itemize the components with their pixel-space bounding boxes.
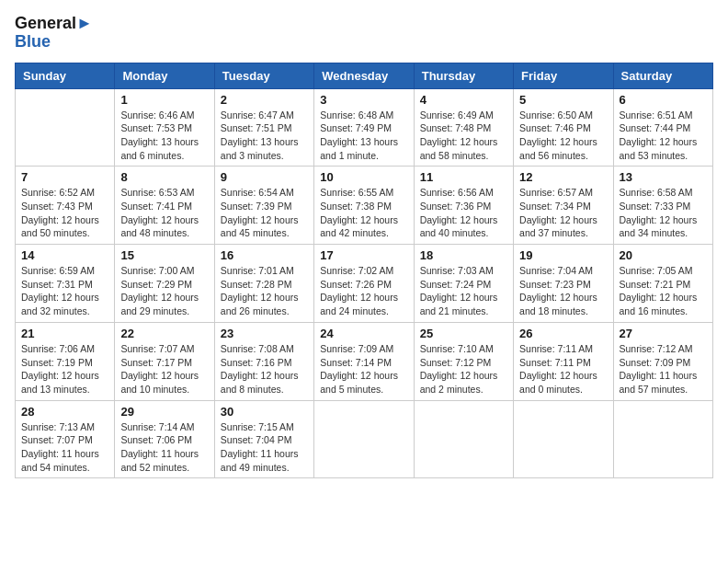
- week-row-3: 14 Sunrise: 6:59 AMSunset: 7:31 PMDaylig…: [16, 245, 713, 323]
- day-number: 3: [320, 93, 407, 107]
- day-info: Sunrise: 7:01 AMSunset: 7:28 PMDaylight:…: [221, 264, 308, 318]
- day-info: Sunrise: 6:48 AMSunset: 7:49 PMDaylight:…: [320, 109, 407, 163]
- day-info: Sunrise: 6:53 AMSunset: 7:41 PMDaylight:…: [120, 186, 208, 240]
- calendar-cell: [613, 400, 712, 478]
- calendar-cell: 25 Sunrise: 7:10 AMSunset: 7:12 PMDaylig…: [414, 322, 513, 400]
- day-info: Sunrise: 7:05 AMSunset: 7:21 PMDaylight:…: [620, 264, 707, 318]
- calendar-cell: 26 Sunrise: 7:11 AMSunset: 7:11 PMDaylig…: [514, 322, 613, 400]
- day-info: Sunrise: 6:52 AMSunset: 7:43 PMDaylight:…: [21, 186, 108, 240]
- day-info: Sunrise: 6:51 AMSunset: 7:44 PMDaylight:…: [620, 109, 707, 163]
- day-number: 12: [519, 170, 607, 184]
- day-info: Sunrise: 7:14 AMSunset: 7:06 PMDaylight:…: [120, 420, 208, 475]
- calendar-cell: 30 Sunrise: 7:15 AMSunset: 7:04 PMDaylig…: [214, 400, 313, 478]
- calendar-cell: 27 Sunrise: 7:12 AMSunset: 7:09 PMDaylig…: [613, 322, 712, 400]
- day-number: 15: [120, 248, 208, 262]
- day-number: 7: [21, 170, 108, 184]
- calendar-cell: 8 Sunrise: 6:53 AMSunset: 7:41 PMDayligh…: [115, 167, 214, 245]
- calendar-table: SundayMondayTuesdayWednesdayThursdayFrid…: [15, 63, 713, 479]
- week-row-2: 7 Sunrise: 6:52 AMSunset: 7:43 PMDayligh…: [16, 167, 713, 245]
- day-number: 11: [420, 170, 507, 184]
- day-number: 28: [21, 405, 108, 419]
- day-number: 29: [120, 405, 208, 419]
- day-number: 23: [221, 327, 308, 340]
- day-number: 20: [620, 248, 707, 262]
- calendar-cell: [16, 88, 115, 167]
- day-info: Sunrise: 7:11 AMSunset: 7:11 PMDaylight:…: [519, 342, 607, 396]
- logo-text-general: General►: [15, 15, 93, 33]
- day-info: Sunrise: 6:54 AMSunset: 7:39 PMDaylight:…: [221, 186, 308, 240]
- day-number: 17: [320, 248, 407, 262]
- calendar-cell: 22 Sunrise: 7:07 AMSunset: 7:17 PMDaylig…: [115, 322, 214, 400]
- day-header-saturday: Saturday: [613, 63, 712, 88]
- logo-text-blue: Blue: [15, 33, 93, 52]
- calendar-cell: 3 Sunrise: 6:48 AMSunset: 7:49 PMDayligh…: [314, 88, 414, 167]
- day-number: 19: [519, 248, 607, 262]
- day-info: Sunrise: 7:02 AMSunset: 7:26 PMDaylight:…: [320, 264, 407, 318]
- day-number: 27: [620, 327, 707, 340]
- week-row-5: 28 Sunrise: 7:13 AMSunset: 7:07 PMDaylig…: [16, 400, 713, 478]
- day-info: Sunrise: 6:59 AMSunset: 7:31 PMDaylight:…: [21, 264, 108, 318]
- calendar-cell: 21 Sunrise: 7:06 AMSunset: 7:19 PMDaylig…: [16, 322, 115, 400]
- day-info: Sunrise: 6:58 AMSunset: 7:33 PMDaylight:…: [620, 186, 707, 240]
- calendar-cell: [514, 400, 613, 478]
- day-number: 6: [620, 93, 707, 107]
- logo-graphic: General► Blue: [15, 15, 93, 52]
- day-info: Sunrise: 7:12 AMSunset: 7:09 PMDaylight:…: [620, 342, 707, 396]
- logo: General► Blue: [15, 15, 93, 52]
- day-info: Sunrise: 7:04 AMSunset: 7:23 PMDaylight:…: [519, 264, 607, 318]
- day-header-friday: Friday: [514, 63, 613, 88]
- day-number: 1: [120, 93, 208, 107]
- day-info: Sunrise: 6:49 AMSunset: 7:48 PMDaylight:…: [420, 109, 507, 163]
- day-info: Sunrise: 7:10 AMSunset: 7:12 PMDaylight:…: [420, 342, 507, 396]
- calendar-cell: [414, 400, 513, 478]
- calendar-cell: 29 Sunrise: 7:14 AMSunset: 7:06 PMDaylig…: [115, 400, 214, 478]
- day-header-tuesday: Tuesday: [214, 63, 313, 88]
- calendar-cell: 4 Sunrise: 6:49 AMSunset: 7:48 PMDayligh…: [414, 88, 513, 167]
- day-number: 14: [21, 248, 108, 262]
- calendar-cell: 13 Sunrise: 6:58 AMSunset: 7:33 PMDaylig…: [613, 167, 712, 245]
- day-info: Sunrise: 7:08 AMSunset: 7:16 PMDaylight:…: [221, 342, 308, 396]
- day-info: Sunrise: 7:09 AMSunset: 7:14 PMDaylight:…: [320, 342, 407, 396]
- day-number: 5: [519, 93, 607, 107]
- day-info: Sunrise: 6:47 AMSunset: 7:51 PMDaylight:…: [221, 109, 308, 163]
- calendar-cell: 2 Sunrise: 6:47 AMSunset: 7:51 PMDayligh…: [214, 88, 313, 167]
- day-number: 21: [21, 327, 108, 340]
- day-number: 18: [420, 248, 507, 262]
- day-info: Sunrise: 7:06 AMSunset: 7:19 PMDaylight:…: [21, 342, 108, 396]
- calendar-cell: 19 Sunrise: 7:04 AMSunset: 7:23 PMDaylig…: [514, 245, 613, 323]
- day-number: 25: [420, 327, 507, 340]
- calendar-cell: 10 Sunrise: 6:55 AMSunset: 7:38 PMDaylig…: [314, 167, 414, 245]
- calendar-cell: 12 Sunrise: 6:57 AMSunset: 7:34 PMDaylig…: [514, 167, 613, 245]
- day-info: Sunrise: 7:13 AMSunset: 7:07 PMDaylight:…: [21, 420, 108, 475]
- day-info: Sunrise: 6:55 AMSunset: 7:38 PMDaylight:…: [320, 186, 407, 240]
- day-number: 26: [519, 327, 607, 340]
- day-number: 13: [620, 170, 707, 184]
- calendar-cell: 20 Sunrise: 7:05 AMSunset: 7:21 PMDaylig…: [613, 245, 712, 323]
- week-row-4: 21 Sunrise: 7:06 AMSunset: 7:19 PMDaylig…: [16, 322, 713, 400]
- calendar-cell: 15 Sunrise: 7:00 AMSunset: 7:29 PMDaylig…: [115, 245, 214, 323]
- day-info: Sunrise: 6:50 AMSunset: 7:46 PMDaylight:…: [519, 109, 607, 163]
- calendar-cell: [314, 400, 414, 478]
- day-info: Sunrise: 7:15 AMSunset: 7:04 PMDaylight:…: [221, 420, 308, 475]
- day-header-sunday: Sunday: [16, 63, 115, 88]
- day-info: Sunrise: 7:07 AMSunset: 7:17 PMDaylight:…: [120, 342, 208, 396]
- day-info: Sunrise: 6:57 AMSunset: 7:34 PMDaylight:…: [519, 186, 607, 240]
- calendar-cell: 6 Sunrise: 6:51 AMSunset: 7:44 PMDayligh…: [613, 88, 712, 167]
- calendar-cell: 18 Sunrise: 7:03 AMSunset: 7:24 PMDaylig…: [414, 245, 513, 323]
- calendar-cell: 16 Sunrise: 7:01 AMSunset: 7:28 PMDaylig…: [214, 245, 313, 323]
- day-header-monday: Monday: [115, 63, 214, 88]
- calendar-cell: 1 Sunrise: 6:46 AMSunset: 7:53 PMDayligh…: [115, 88, 214, 167]
- day-info: Sunrise: 7:00 AMSunset: 7:29 PMDaylight:…: [120, 264, 208, 318]
- day-number: 24: [320, 327, 407, 340]
- day-number: 30: [221, 405, 308, 419]
- day-number: 4: [420, 93, 507, 107]
- calendar-cell: 11 Sunrise: 6:56 AMSunset: 7:36 PMDaylig…: [414, 167, 513, 245]
- day-number: 2: [221, 93, 308, 107]
- calendar-cell: 28 Sunrise: 7:13 AMSunset: 7:07 PMDaylig…: [16, 400, 115, 478]
- calendar-cell: 14 Sunrise: 6:59 AMSunset: 7:31 PMDaylig…: [16, 245, 115, 323]
- day-info: Sunrise: 6:46 AMSunset: 7:53 PMDaylight:…: [120, 109, 208, 163]
- day-info: Sunrise: 6:56 AMSunset: 7:36 PMDaylight:…: [420, 186, 507, 240]
- day-info: Sunrise: 7:03 AMSunset: 7:24 PMDaylight:…: [420, 264, 507, 318]
- day-header-wednesday: Wednesday: [314, 63, 414, 88]
- day-number: 8: [120, 170, 208, 184]
